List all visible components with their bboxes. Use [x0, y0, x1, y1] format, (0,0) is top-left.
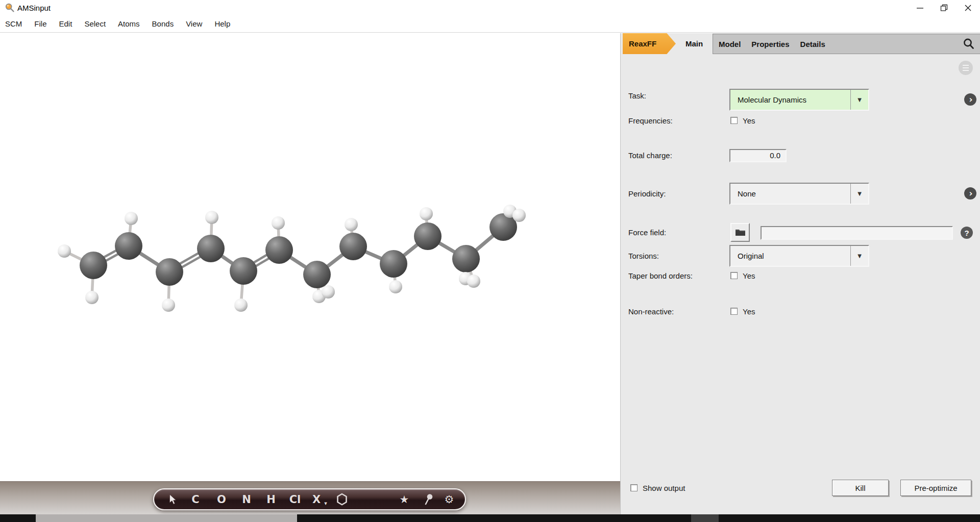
task-label: Task: — [628, 91, 646, 100]
panel-tab-bar: ModelPropertiesDetails — [713, 34, 980, 54]
torsions-dropdown-arrow[interactable]: ▼ — [850, 246, 868, 266]
carbon-atom[interactable] — [414, 222, 442, 250]
settings-tool-icon[interactable]: ⚙ — [445, 489, 454, 509]
element-n-button[interactable]: N — [242, 489, 251, 509]
star-tool-icon[interactable]: ★ — [400, 489, 409, 509]
tab-details[interactable]: Details — [800, 40, 825, 48]
tab-reaxff[interactable]: ReaxFF — [623, 33, 676, 54]
hydrogen-atom[interactable] — [58, 244, 71, 258]
force-field-help-button[interactable]: ? — [961, 227, 973, 239]
force-field-browse-button[interactable] — [730, 223, 750, 242]
ring-tool-icon[interactable] — [336, 489, 348, 509]
non-reactive-option-label: Yes — [743, 307, 755, 316]
taskbar-segment — [36, 514, 297, 522]
taskbar-segment — [719, 514, 980, 522]
caret-down-icon: ▼ — [857, 191, 862, 196]
carbon-atom[interactable] — [230, 257, 257, 285]
hydrogen-atom[interactable] — [389, 280, 402, 293]
tab-model[interactable]: Model — [719, 40, 741, 48]
folder-icon — [735, 228, 746, 237]
menu-edit[interactable]: Edit — [58, 18, 74, 29]
carbon-atom[interactable] — [156, 258, 183, 286]
balloon-tool-icon[interactable] — [423, 489, 433, 509]
force-field-label: Force field: — [628, 228, 666, 237]
element-h-button[interactable]: H — [266, 489, 276, 509]
close-button[interactable] — [956, 0, 980, 15]
taskbar-segment — [691, 514, 719, 522]
caret-down-icon: ▼ — [857, 253, 862, 259]
question-mark-icon: ? — [964, 229, 969, 237]
taper-checkbox[interactable] — [730, 272, 738, 279]
menu-view[interactable]: View — [185, 18, 203, 29]
torsions-dropdown[interactable]: Original ▼ — [729, 245, 869, 267]
amsinput-window: AMSinput SCMFileEditSelectAtom — [0, 0, 980, 522]
frequencies-label: Frequencies: — [628, 116, 673, 125]
element-menu-caret-icon[interactable]: ▾ — [324, 493, 327, 513]
menu-bar: SCMFileEditSelectAtomsBondsViewHelp — [0, 15, 980, 33]
task-dropdown-arrow[interactable]: ▼ — [850, 90, 868, 110]
carbon-atom[interactable] — [452, 245, 480, 272]
element-o-button[interactable]: O — [217, 489, 226, 509]
title-bar: AMSinput — [0, 0, 980, 15]
periodicity-value: None — [730, 189, 756, 198]
non-reactive-checkbox[interactable] — [730, 308, 738, 315]
carbon-atom[interactable] — [265, 236, 293, 264]
minimize-button[interactable] — [908, 0, 932, 15]
taskbar-strip — [0, 514, 980, 522]
menu-select[interactable]: Select — [83, 18, 107, 29]
molecule-canvas[interactable] — [0, 33, 620, 481]
periodicity-detail-button[interactable]: › — [964, 187, 976, 200]
show-output-checkbox[interactable] — [630, 484, 638, 491]
carbon-atom[interactable] — [80, 252, 107, 279]
reaxff-panel: ReaxFF Main ModelPropertiesDetails Task:… — [620, 33, 980, 514]
periodicity-dropdown-arrow[interactable]: ▼ — [850, 184, 868, 204]
menu-scm[interactable]: SCM — [4, 18, 23, 29]
total-charge-label: Total charge: — [628, 151, 672, 160]
search-icon[interactable] — [962, 37, 975, 51]
chevron-right-icon: › — [968, 189, 972, 198]
hydrogen-atom[interactable] — [467, 275, 480, 288]
hydrogen-atom[interactable] — [125, 212, 138, 225]
hydrogen-atom[interactable] — [272, 216, 285, 230]
taper-label: Taper bond orders: — [628, 271, 693, 280]
task-detail-button[interactable]: › — [964, 93, 976, 106]
app-magnifier-icon — [5, 3, 15, 13]
panel-tab-strip: ReaxFF Main ModelPropertiesDetails — [621, 33, 980, 54]
hydrogen-atom[interactable] — [420, 207, 433, 220]
periodicity-dropdown[interactable]: None ▼ — [729, 183, 869, 205]
hydrogen-atom[interactable] — [205, 211, 218, 224]
force-field-input[interactable] — [761, 226, 953, 240]
hydrogen-atom[interactable] — [234, 299, 248, 312]
hydrogen-atom[interactable] — [345, 218, 358, 231]
carbon-atom[interactable] — [380, 250, 407, 278]
total-charge-input[interactable]: 0.0 — [729, 149, 787, 162]
kill-button[interactable]: Kill — [832, 480, 889, 496]
panel-menu-icon[interactable] — [959, 61, 973, 75]
preoptimize-button[interactable]: Pre-optimize — [900, 480, 971, 496]
element-cl-button[interactable]: Cl — [289, 489, 301, 509]
menu-help[interactable]: Help — [213, 18, 231, 29]
frequencies-checkbox[interactable] — [730, 117, 738, 124]
menu-file[interactable]: File — [33, 18, 47, 29]
hydrogen-atom[interactable] — [162, 299, 175, 312]
hydrogen-atom[interactable] — [512, 209, 526, 222]
restore-button[interactable] — [932, 0, 956, 15]
carbon-atom[interactable] — [115, 232, 142, 260]
minimize-icon — [916, 4, 924, 12]
carbon-atom[interactable] — [339, 233, 367, 260]
task-dropdown[interactable]: Molecular Dynamics ▼ — [729, 89, 869, 111]
element-c-button[interactable]: C — [191, 489, 199, 509]
show-output-label: Show output — [643, 484, 685, 492]
hydrogen-atom[interactable] — [85, 291, 99, 304]
pointer-tool-icon[interactable] — [168, 489, 177, 509]
menu-atoms[interactable]: Atoms — [117, 18, 141, 29]
molecule-viewport[interactable]: CONHClX▾★⚙ — [0, 33, 620, 514]
carbon-atom[interactable] — [197, 235, 225, 262]
menu-bonds[interactable]: Bonds — [151, 18, 175, 29]
element-x-button[interactable]: X — [312, 489, 321, 509]
hydrogen-atom[interactable] — [322, 285, 335, 299]
tab-main[interactable]: Main — [676, 33, 713, 54]
carbon-atom[interactable] — [303, 261, 331, 288]
close-icon — [964, 4, 972, 12]
tab-properties[interactable]: Properties — [751, 40, 789, 48]
